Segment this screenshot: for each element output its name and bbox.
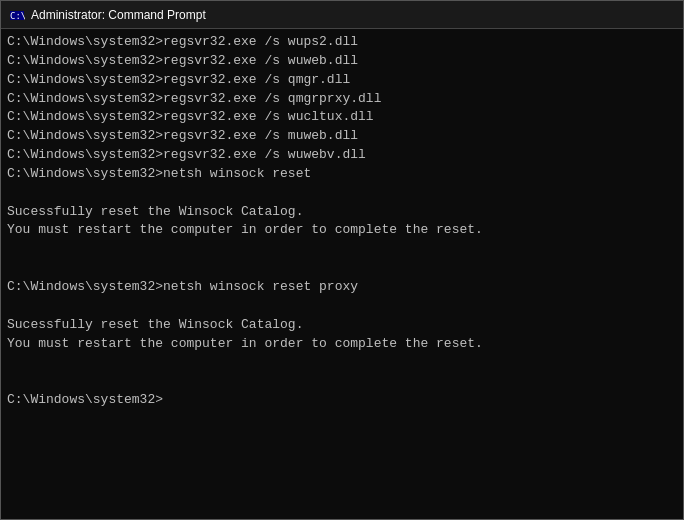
console-line: You must restart the computer in order t… — [7, 335, 677, 354]
title-bar: C:\ Administrator: Command Prompt — [1, 1, 683, 29]
console-empty-line — [7, 353, 677, 372]
console-line: C:\Windows\system32>regsvr32.exe /s muwe… — [7, 127, 677, 146]
console-line: C:\Windows\system32>regsvr32.exe /s wucl… — [7, 108, 677, 127]
console-empty-line — [7, 240, 677, 259]
console-empty-line — [7, 184, 677, 203]
console-line: C:\Windows\system32>regsvr32.exe /s wups… — [7, 33, 677, 52]
cmd-icon: C:\ — [9, 7, 25, 23]
console-line: You must restart the computer in order t… — [7, 221, 677, 240]
console-line: C:\Windows\system32>regsvr32.exe /s wuwe… — [7, 52, 677, 71]
console-line: C:\Windows\system32>netsh winsock reset … — [7, 278, 677, 297]
title-bar-label: Administrator: Command Prompt — [31, 8, 206, 22]
console-empty-line — [7, 297, 677, 316]
console-empty-line — [7, 259, 677, 278]
console-line: C:\Windows\system32>regsvr32.exe /s qmgr… — [7, 71, 677, 90]
console-line: Sucessfully reset the Winsock Catalog. — [7, 203, 677, 222]
console-line: C:\Windows\system32>regsvr32.exe /s qmgr… — [7, 90, 677, 109]
console-empty-line — [7, 372, 677, 391]
console-line: C:\Windows\system32>netsh winsock reset — [7, 165, 677, 184]
console-line: C:\Windows\system32> — [7, 391, 677, 410]
command-prompt-window: C:\ Administrator: Command Prompt C:\Win… — [0, 0, 684, 520]
console-line: Sucessfully reset the Winsock Catalog. — [7, 316, 677, 335]
console-output[interactable]: C:\Windows\system32>regsvr32.exe /s wups… — [1, 29, 683, 519]
svg-text:C:\: C:\ — [10, 11, 25, 21]
console-line: C:\Windows\system32>regsvr32.exe /s wuwe… — [7, 146, 677, 165]
